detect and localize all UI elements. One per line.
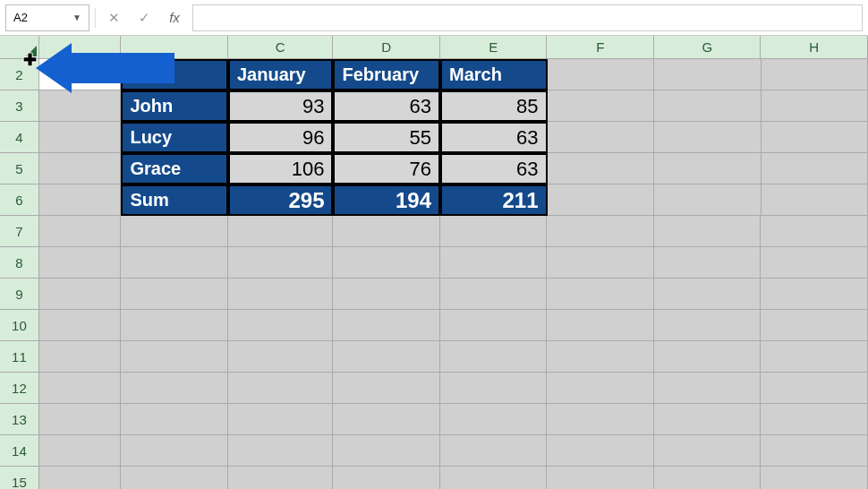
row-head-7[interactable]: 7 (0, 216, 39, 247)
cell-b4[interactable]: Lucy (121, 122, 228, 153)
cell-f3[interactable] (548, 90, 655, 122)
cell-g11[interactable] (654, 341, 762, 373)
cell-h12[interactable] (761, 373, 868, 404)
name-box[interactable]: A2 ▼ (5, 4, 89, 31)
row-head-15[interactable]: 15 (0, 467, 39, 489)
cell-f5[interactable] (548, 153, 655, 184)
cell-e5[interactable]: 63 (440, 153, 548, 184)
cell-e14[interactable] (440, 435, 548, 467)
cell-c10[interactable] (228, 310, 334, 341)
cell-g8[interactable] (654, 247, 762, 279)
cell-c8[interactable] (228, 247, 334, 279)
row-head-10[interactable]: 10 (0, 310, 39, 341)
cell-a7[interactable] (39, 216, 122, 247)
cell-h11[interactable] (761, 341, 868, 373)
cell-a3[interactable] (39, 90, 122, 122)
cell-b6[interactable]: Sum (121, 184, 228, 216)
cell-c15[interactable] (228, 467, 334, 489)
cell-e15[interactable] (440, 467, 548, 489)
col-head-b[interactable] (121, 36, 228, 59)
formula-input[interactable] (192, 4, 863, 31)
cell-f12[interactable] (547, 373, 654, 404)
cell-g6[interactable] (654, 184, 762, 216)
cell-e8[interactable] (440, 247, 548, 279)
cell-g14[interactable] (654, 435, 762, 467)
cell-h14[interactable] (761, 435, 868, 467)
cell-b5[interactable]: Grace (121, 153, 228, 184)
row-head-13[interactable]: 13 (0, 404, 39, 435)
cell-g12[interactable] (654, 373, 762, 404)
cell-h5[interactable] (762, 153, 868, 184)
cell-e2[interactable]: March (440, 59, 548, 90)
cell-h7[interactable] (761, 216, 868, 247)
cell-d6[interactable]: 194 (333, 184, 440, 216)
cell-e12[interactable] (440, 373, 548, 404)
row-head-3[interactable]: 3 (0, 90, 39, 122)
cell-a4[interactable] (39, 122, 122, 153)
cell-d10[interactable] (333, 310, 440, 341)
cell-f9[interactable] (547, 279, 654, 310)
cell-a5[interactable] (39, 153, 122, 184)
row-head-4[interactable]: 4 (0, 122, 39, 153)
cell-d14[interactable] (333, 435, 440, 467)
cell-c3[interactable]: 93 (228, 90, 334, 122)
cell-d12[interactable] (333, 373, 440, 404)
col-head-g[interactable]: G (654, 36, 762, 59)
col-head-a[interactable] (39, 36, 122, 59)
spreadsheet-grid[interactable]: C D E F G H 2 January February March 3 J… (0, 36, 868, 489)
cell-c12[interactable] (228, 373, 334, 404)
col-head-d[interactable]: D (333, 36, 440, 59)
cell-a6[interactable] (39, 184, 122, 216)
cell-e11[interactable] (440, 341, 548, 373)
cell-e3[interactable]: 85 (440, 90, 548, 122)
cell-e10[interactable] (440, 310, 548, 341)
cell-a8[interactable] (39, 247, 122, 279)
col-head-f[interactable]: F (547, 36, 654, 59)
cell-e13[interactable] (440, 404, 548, 435)
cell-b13[interactable] (121, 404, 228, 435)
cell-f14[interactable] (547, 435, 654, 467)
cell-d13[interactable] (333, 404, 440, 435)
cell-g9[interactable] (654, 279, 762, 310)
cell-e7[interactable] (440, 216, 548, 247)
dropdown-arrow-icon[interactable]: ▼ (72, 13, 81, 22)
cell-d2[interactable]: February (333, 59, 440, 90)
cell-d4[interactable]: 55 (333, 122, 440, 153)
cell-e6[interactable]: 211 (440, 184, 548, 216)
row-head-14[interactable]: 14 (0, 435, 39, 467)
cell-h8[interactable] (761, 247, 868, 279)
row-head-6[interactable]: 6 (0, 184, 39, 216)
cell-c2[interactable]: January (228, 59, 334, 90)
cell-g2[interactable] (654, 59, 762, 90)
cell-c4[interactable]: 96 (228, 122, 334, 153)
col-head-c[interactable]: C (228, 36, 334, 59)
cell-h9[interactable] (761, 279, 868, 310)
cell-d11[interactable] (333, 341, 440, 373)
cell-h4[interactable] (762, 122, 868, 153)
cell-c11[interactable] (228, 341, 334, 373)
insert-function-button[interactable]: fx (162, 5, 187, 30)
cell-f2[interactable] (548, 59, 655, 90)
cell-h3[interactable] (762, 90, 868, 122)
cell-d15[interactable] (333, 467, 440, 489)
cell-b14[interactable] (121, 435, 228, 467)
cell-e4[interactable]: 63 (440, 122, 548, 153)
row-head-9[interactable]: 9 (0, 279, 39, 310)
row-head-11[interactable]: 11 (0, 341, 39, 373)
cell-d3[interactable]: 63 (333, 90, 440, 122)
cell-b12[interactable] (121, 373, 228, 404)
cell-c6[interactable]: 295 (228, 184, 334, 216)
cell-f11[interactable] (547, 341, 654, 373)
cell-b3[interactable]: John (121, 90, 228, 122)
cell-c7[interactable] (228, 216, 334, 247)
cell-a13[interactable] (39, 404, 122, 435)
cell-a12[interactable] (39, 373, 122, 404)
cell-d9[interactable] (333, 279, 440, 310)
cell-h13[interactable] (761, 404, 868, 435)
cell-b8[interactable] (121, 247, 228, 279)
cell-b11[interactable] (121, 341, 228, 373)
cell-a10[interactable] (39, 310, 122, 341)
cell-a15[interactable] (39, 467, 122, 489)
cell-g10[interactable] (654, 310, 762, 341)
cell-a2[interactable] (39, 59, 122, 90)
